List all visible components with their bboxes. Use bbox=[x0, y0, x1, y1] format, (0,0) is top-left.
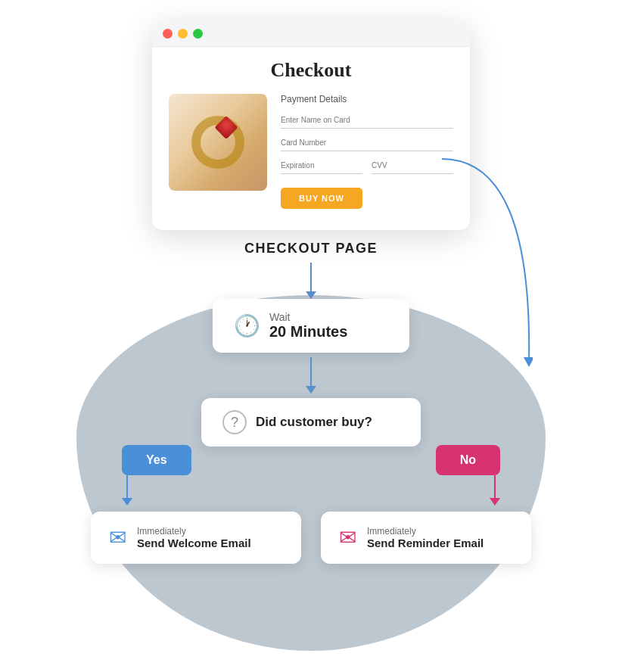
bottom-cards-row: ✉ Immediately Send Welcome Email ✉ Immed… bbox=[91, 512, 531, 564]
branch-arrows-row bbox=[76, 475, 546, 506]
wait-text: Wait 20 Minutes bbox=[269, 311, 347, 341]
arrow-line-no bbox=[494, 475, 496, 498]
email-pink-icon: ✉ bbox=[339, 525, 356, 550]
reminder-email-text: Immediately Send Reminder Email bbox=[367, 526, 484, 549]
wait-node: 🕐 Wait 20 Minutes bbox=[213, 299, 409, 353]
welcome-email-value: Send Welcome Email bbox=[137, 537, 251, 549]
dot-green bbox=[193, 29, 203, 39]
page-label: CHECKOUT PAGE bbox=[244, 241, 378, 257]
reminder-email-value: Send Reminder Email bbox=[367, 537, 484, 549]
yes-no-row: Yes No bbox=[76, 445, 546, 475]
checkout-window: Checkout Payment Details BUY NOW bbox=[152, 21, 470, 230]
question-node: ? Did customer buy? bbox=[201, 398, 421, 446]
wait-value: 20 Minutes bbox=[269, 323, 347, 341]
arrow-line-checkout bbox=[310, 263, 312, 291]
arrow-head-yes bbox=[122, 498, 132, 506]
clock-icon: 🕐 bbox=[234, 313, 260, 338]
reminder-email-label: Immediately bbox=[367, 526, 484, 537]
email-blue-icon: ✉ bbox=[109, 525, 126, 550]
form-row bbox=[281, 157, 453, 180]
expiry-input[interactable] bbox=[281, 157, 362, 174]
yes-button[interactable]: Yes bbox=[122, 445, 191, 475]
product-image bbox=[169, 94, 267, 191]
welcome-email-card: ✉ Immediately Send Welcome Email bbox=[91, 512, 301, 564]
cvv-input[interactable] bbox=[372, 157, 453, 174]
arrow-head-no bbox=[490, 498, 500, 506]
question-text: Did customer buy? bbox=[256, 415, 372, 430]
arrow-line-yes bbox=[126, 475, 128, 498]
checkout-title: Checkout bbox=[169, 59, 453, 82]
wait-label: Wait bbox=[269, 311, 347, 323]
no-button[interactable]: No bbox=[436, 445, 500, 475]
payment-title: Payment Details bbox=[281, 94, 453, 104]
svg-marker-0 bbox=[524, 357, 533, 367]
welcome-email-label: Immediately bbox=[137, 526, 251, 537]
arrow-line-wait bbox=[310, 357, 312, 386]
main-container: Checkout Payment Details BUY NOW bbox=[0, 0, 622, 672]
arrow-head-wait bbox=[306, 386, 316, 394]
checkout-content: Checkout Payment Details BUY NOW bbox=[152, 47, 470, 216]
yes-arrow bbox=[122, 475, 132, 506]
window-titlebar bbox=[152, 21, 470, 47]
no-arrow bbox=[490, 475, 500, 506]
dot-red bbox=[163, 29, 173, 39]
arrow-down-checkout bbox=[306, 263, 316, 299]
reminder-email-card: ✉ Immediately Send Reminder Email bbox=[321, 512, 531, 564]
dot-yellow bbox=[178, 29, 188, 39]
payment-form: Payment Details BUY NOW bbox=[281, 94, 453, 209]
arrow-head-checkout bbox=[306, 291, 316, 299]
node-arrow-wait bbox=[306, 357, 316, 394]
question-icon: ? bbox=[222, 410, 247, 434]
card-input[interactable] bbox=[281, 135, 453, 151]
checkout-body: Payment Details BUY NOW bbox=[169, 94, 453, 209]
name-input[interactable] bbox=[281, 112, 453, 129]
welcome-email-text: Immediately Send Welcome Email bbox=[137, 526, 251, 549]
buy-button[interactable]: BUY NOW bbox=[281, 188, 362, 209]
